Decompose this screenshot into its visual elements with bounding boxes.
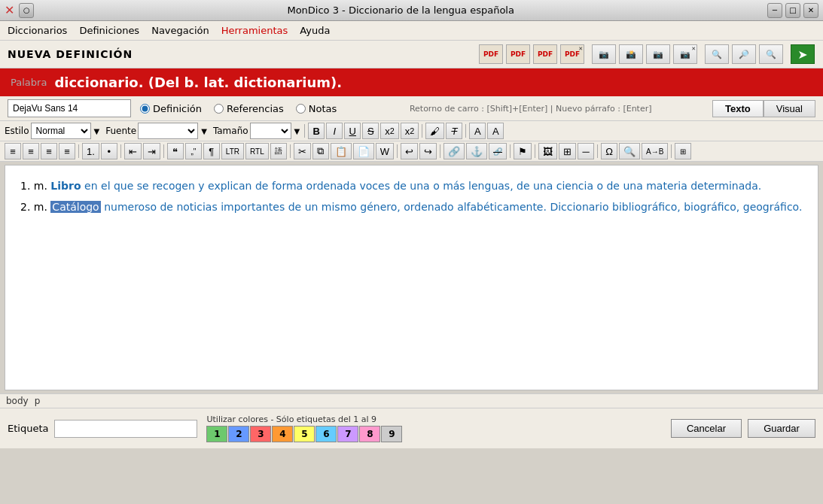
pdf-icon-1[interactable]: PDF <box>479 44 503 64</box>
camera-icon-1[interactable]: 📷 <box>592 44 616 64</box>
titlebar: ✕ ○ MonDico 3 - Diccionario de la lengua… <box>0 0 823 21</box>
editor-area[interactable]: 1. m. Libro en el que se recogen y expli… <box>5 165 818 390</box>
color-btn-6[interactable]: 6 <box>315 426 337 442</box>
blockquote-button[interactable]: ❝ <box>167 143 184 159</box>
maximize-button[interactable]: □ <box>785 3 800 18</box>
tab-notas[interactable]: Notas <box>296 103 337 114</box>
strikethrough-button[interactable]: S <box>362 123 379 139</box>
flag-button[interactable]: ⚑ <box>514 143 532 159</box>
etiqueta-input[interactable] <box>54 420 197 438</box>
superscript-button[interactable]: x2 <box>401 123 419 139</box>
menu-herramientas[interactable]: Herramientas <box>221 25 288 36</box>
lang-button[interactable]: 語 <box>270 143 287 159</box>
align-right-button[interactable]: ≡ <box>41 143 57 159</box>
align-left-button[interactable]: ≡ <box>5 143 21 159</box>
copy-button[interactable]: ⧉ <box>312 143 329 159</box>
window-title: MonDico 3 - Diccionario de la lengua esp… <box>34 5 767 16</box>
subscript-button[interactable]: x2 <box>380 123 399 139</box>
editor-line-2: 2. m. Catálogo numeroso de noticias impo… <box>20 199 803 215</box>
separator-4 <box>78 144 79 158</box>
color-btn-7[interactable]: 7 <box>337 426 358 442</box>
color-btn-4[interactable]: 4 <box>272 426 293 442</box>
palabra-label: Palabra <box>11 77 47 88</box>
pdf-icon-3[interactable]: PDF <box>533 44 557 64</box>
fuente-select[interactable] <box>138 123 198 139</box>
paragraph-button[interactable]: ¶ <box>203 143 220 159</box>
table-button[interactable]: ⊞ <box>559 143 576 159</box>
rtl-button[interactable]: RTL <box>245 143 269 159</box>
separator-8 <box>397 144 398 158</box>
find-button[interactable]: 🔍 <box>619 143 640 159</box>
separator-6 <box>163 144 164 158</box>
close-button[interactable]: ✕ <box>803 3 818 18</box>
image-button[interactable]: 🖼 <box>538 143 557 159</box>
find-replace-button[interactable]: A→B <box>642 143 668 159</box>
titlebar-extra-btn[interactable]: ○ <box>19 3 34 18</box>
tab-referencias[interactable]: Referencias <box>214 103 284 114</box>
special-button[interactable]: „" <box>185 143 202 159</box>
italic-button[interactable]: I <box>326 123 343 139</box>
view-visual-button[interactable]: Visual <box>764 100 815 117</box>
tab-definicion[interactable]: Definición <box>140 103 202 114</box>
view-texto-button[interactable]: Texto <box>712 100 764 117</box>
remove-link-button[interactable]: 🔗 <box>489 143 507 159</box>
cut-button[interactable]: ✂ <box>294 143 311 159</box>
arrow-right-icon[interactable]: ➤ <box>791 44 815 64</box>
menu-definiciones[interactable]: Definiciones <box>79 25 139 36</box>
font-selector[interactable] <box>8 99 131 117</box>
header-bar: NUEVA DEFINICIÓN PDF PDF PDF PDF ✕ 📷 📸 📷… <box>0 41 823 68</box>
color-btn-8[interactable]: 8 <box>359 426 380 442</box>
hr-button[interactable]: ─ <box>578 143 594 159</box>
color-btn-3[interactable]: 3 <box>250 426 271 442</box>
separator-3 <box>465 124 466 138</box>
color-btn-2[interactable]: 2 <box>228 426 249 442</box>
brush-button[interactable]: 🖌 <box>425 123 444 139</box>
paste-text-button[interactable]: 📄 <box>353 143 374 159</box>
underline-button[interactable]: U <box>344 123 361 139</box>
font-color-button[interactable]: A <box>469 123 486 139</box>
separator-1 <box>304 124 305 138</box>
font-highlight-button[interactable]: A <box>487 123 504 139</box>
color-buttons: 1 2 3 4 5 6 7 8 9 <box>206 426 402 442</box>
tamaño-select[interactable] <box>250 123 291 139</box>
magnifier-icon-2[interactable]: 🔎 <box>732 44 756 64</box>
ordered-list-button[interactable]: 1. <box>82 143 99 159</box>
cancel-button[interactable]: Cancelar <box>671 419 742 438</box>
word-bar: Palabra diccionario. (Del b. lat. dictio… <box>0 68 823 96</box>
bold-button[interactable]: B <box>308 123 325 139</box>
camera-delete-icon[interactable]: 📷 ✕ <box>673 44 697 64</box>
undo-button[interactable]: ↩ <box>401 143 418 159</box>
magnifier-icon-3[interactable]: 🔍 <box>759 44 783 64</box>
menu-diccionarios[interactable]: Diccionarios <box>8 25 67 36</box>
ltr-button[interactable]: LTR <box>221 143 244 159</box>
magnifier-icon-1[interactable]: 🔍 <box>705 44 729 64</box>
minimize-button[interactable]: − <box>767 3 782 18</box>
indent-button[interactable]: ⇥ <box>143 143 160 159</box>
save-button[interactable]: Guardar <box>748 419 815 438</box>
separator-11 <box>535 144 535 158</box>
color-btn-5[interactable]: 5 <box>294 426 315 442</box>
outdent-button[interactable]: ⇤ <box>124 143 142 159</box>
paste-word-button[interactable]: W <box>376 143 394 159</box>
titlebar-buttons: − □ ✕ <box>767 3 818 18</box>
link-libro[interactable]: Libro <box>50 180 81 192</box>
source-button[interactable]: ⊞ <box>675 143 691 159</box>
redo-button[interactable]: ↪ <box>419 143 437 159</box>
clear-format-button[interactable]: T <box>446 123 462 139</box>
unordered-list-button[interactable]: • <box>101 143 117 159</box>
menu-ayuda[interactable]: Ayuda <box>300 25 330 36</box>
align-center-button[interactable]: ≡ <box>23 143 39 159</box>
align-justify-button[interactable]: ≡ <box>59 143 75 159</box>
link-button[interactable]: 🔗 <box>444 143 465 159</box>
paste-button[interactable]: 📋 <box>331 143 352 159</box>
color-btn-9[interactable]: 9 <box>381 426 402 442</box>
camera-icon-3[interactable]: 📷 <box>646 44 670 64</box>
pdf-icon-2[interactable]: PDF <box>506 44 530 64</box>
pdf-icon-4[interactable]: PDF ✕ <box>560 44 584 64</box>
special-chars-button[interactable]: Ω <box>601 143 617 159</box>
camera-icon-2[interactable]: 📸 <box>619 44 643 64</box>
anchor-button[interactable]: ⚓ <box>466 143 487 159</box>
color-btn-1[interactable]: 1 <box>206 426 227 442</box>
menu-navegacion[interactable]: Navegación <box>151 25 209 36</box>
estilo-select[interactable]: Normal <box>31 123 91 139</box>
